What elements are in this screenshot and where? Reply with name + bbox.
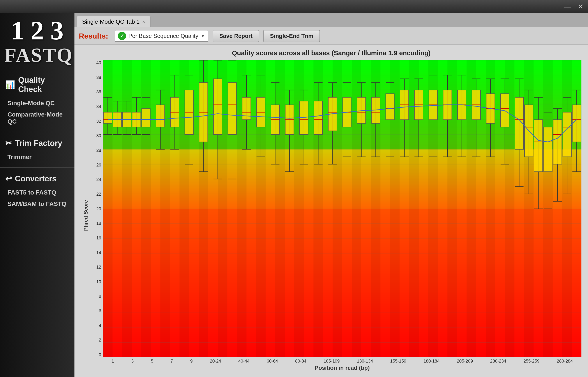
sidebar-item-sambam-to-fastq[interactable]: SAM/BAM to FASTQ [5,198,69,210]
converters-title: Converters [15,174,57,183]
x-tick: 60-64 [267,359,278,364]
tab-close-icon[interactable]: × [142,19,145,25]
x-tick: 3 [131,359,134,364]
x-tick: 155-159 [390,359,406,364]
x-tick: 205-209 [457,359,473,364]
y-tick: 10 [90,279,101,284]
y-tick: 16 [90,236,101,241]
sidebar-item-comparative-mode-qc[interactable]: Comparative-Mode QC [5,109,69,127]
check-icon: ✓ [118,32,126,40]
tab-bar: Single-Mode QC Tab 1 × [74,13,588,27]
minimize-button[interactable]: — [564,3,571,11]
trim-factory-section: ✂ Trim Factory Trimmer [0,134,74,165]
x-axis-label: Position in read (bp) [103,364,581,371]
y-tick: 6 [90,308,101,313]
tab-single-mode-qc[interactable]: Single-Mode QC Tab 1 × [77,16,150,27]
chart-title: Quality scores across all bases (Sanger … [81,49,581,57]
y-tick: 14 [90,250,101,255]
chart-inner: 0246810121416182022242628303234363840 13… [90,60,581,370]
title-bar: — ✕ [0,0,588,13]
sidebar-item-fast5-to-fastq[interactable]: FAST5 to FASTQ [5,187,69,198]
results-dropdown[interactable]: ✓ Per Base Sequence Quality ▼ [115,30,208,42]
logo-area: 1 2 3 FASTQ [0,13,74,71]
y-tick: 18 [90,221,101,226]
x-tick: 5 [151,359,153,364]
close-button[interactable]: ✕ [578,2,584,11]
y-ticks: 0246810121416182022242628303234363840 [90,60,103,357]
x-tick: 230-234 [490,359,506,364]
x-tick: 9 [190,359,193,364]
logo-fastq: FASTQ [4,44,70,66]
single-end-trim-button[interactable]: Single-End Trim [264,30,320,42]
logo-numbers: 1 2 3 [4,18,70,44]
quality-check-icon: 📊 [5,80,15,89]
x-tick: 1 [112,359,114,364]
y-tick: 28 [90,148,101,153]
x-tick: 20-24 [210,359,221,364]
y-tick: 34 [90,104,101,109]
converters-title-row: ↩ Converters [5,174,69,183]
y-tick: 12 [90,265,101,270]
trim-factory-title-row: ✂ Trim Factory [5,139,69,148]
y-tick: 20 [90,206,101,212]
sidebar-item-trimmer[interactable]: Trimmer [5,151,69,163]
x-tick: 40-44 [238,359,249,364]
quality-check-title: Quality Check [18,76,69,94]
trim-factory-title: Trim Factory [15,139,62,148]
y-tick: 8 [90,294,101,299]
x-tick: 7 [171,359,173,364]
y-tick: 40 [90,60,101,65]
x-axis-area: 1357920-2440-4460-6480-84105-109130-1341… [103,357,581,371]
x-tick: 105-109 [324,359,340,364]
x-tick: 130-134 [357,359,373,364]
y-tick: 22 [90,192,101,197]
converters-section: ↩ Converters FAST5 to FASTQ SAM/BAM to F… [0,170,74,212]
quality-check-title-row: 📊 Quality Check [5,76,69,94]
results-label: Results: [79,32,108,40]
trim-factory-icon: ✂ [5,139,12,148]
dropdown-value: Per Base Sequence Quality [128,33,198,39]
y-axis-label: Phred Score [81,60,90,370]
x-tick: 80-84 [295,359,306,364]
divider-2 [0,167,74,168]
y-tick: 4 [90,323,101,328]
y-tick: 32 [90,119,101,124]
dropdown-arrow-icon: ▼ [201,33,205,39]
sidebar: 1 2 3 FASTQ 📊 Quality Check Single-Mode … [0,13,74,377]
tab-label: Single-Mode QC Tab 1 [82,18,140,25]
x-tick: 255-259 [523,359,539,364]
y-tick: 2 [90,338,101,343]
sidebar-item-single-mode-qc[interactable]: Single-Mode QC [5,97,69,109]
x-ticks: 1357920-2440-4460-6480-84105-109130-1341… [103,357,581,364]
x-tick: 280-284 [557,359,573,364]
x-tick: 180-184 [424,359,439,364]
chart-canvas [103,60,581,357]
divider-1 [0,132,74,132]
converters-icon: ↩ [5,174,12,183]
quality-check-section: 📊 Quality Check Single-Mode QC Comparati… [0,71,74,130]
save-report-button[interactable]: Save Report [213,30,259,42]
right-panel: Single-Mode QC Tab 1 × Results: ✓ Per Ba… [74,13,588,377]
y-tick: 0 [90,352,101,357]
y-tick: 36 [90,89,101,94]
chart-wrapper: Phred Score 0246810121416182022242628303… [81,60,581,370]
y-tick: 24 [90,177,101,182]
y-tick: 26 [90,163,101,168]
main-area: 1 2 3 FASTQ 📊 Quality Check Single-Mode … [0,13,588,377]
y-tick: 30 [90,133,101,138]
y-tick: 38 [90,75,101,80]
chart-plot: 0246810121416182022242628303234363840 [90,60,581,357]
chart-area: Quality scores across all bases (Sanger … [74,45,588,377]
toolbar: Results: ✓ Per Base Sequence Quality ▼ S… [74,27,588,45]
